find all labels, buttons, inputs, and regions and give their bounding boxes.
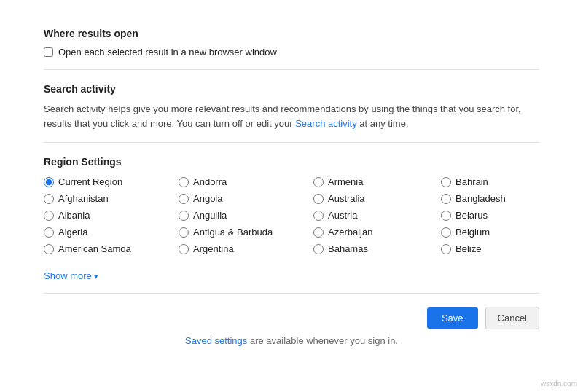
- footer-buttons: Save Cancel: [44, 294, 539, 335]
- region-radio[interactable]: [179, 227, 189, 238]
- region-option[interactable]: Albania: [44, 208, 179, 222]
- region-label: Bahrain: [455, 176, 488, 187]
- region-radio[interactable]: [179, 211, 189, 221]
- show-more-arrow-icon: ▾: [94, 272, 98, 281]
- region-radio[interactable]: [179, 244, 189, 254]
- region-radio[interactable]: [441, 177, 451, 187]
- region-radio[interactable]: [441, 194, 451, 204]
- region-label: Armenia: [328, 176, 363, 187]
- region-radio[interactable]: [44, 211, 54, 221]
- region-option[interactable]: Belarus: [441, 208, 568, 222]
- region-radio[interactable]: [313, 211, 324, 221]
- region-option[interactable]: Bahrain: [441, 175, 568, 189]
- search-activity-title: Search activity: [44, 83, 539, 95]
- region-label: Belgium: [455, 227, 490, 238]
- region-label: Andorra: [193, 176, 227, 187]
- save-button[interactable]: Save: [427, 307, 478, 329]
- search-activity-section: Search activity Search activity helps gi…: [44, 70, 539, 143]
- region-radio[interactable]: [313, 177, 324, 187]
- region-option[interactable]: Anguilla: [179, 208, 313, 222]
- watermark: wsxdn.com: [541, 380, 577, 388]
- region-option[interactable]: Australia: [313, 192, 441, 205]
- region-radio[interactable]: [44, 244, 54, 254]
- region-label: Albania: [58, 210, 90, 221]
- region-option[interactable]: Belize: [441, 242, 568, 256]
- search-activity-text-after: at any time.: [357, 118, 409, 129]
- region-radio[interactable]: [179, 177, 189, 187]
- region-label: Angola: [193, 193, 222, 204]
- show-more-label: Show more: [44, 270, 92, 281]
- search-activity-text-before: Search activity helps give you more rele…: [44, 103, 521, 129]
- region-radio[interactable]: [313, 194, 324, 204]
- region-option[interactable]: Bahamas: [313, 242, 441, 256]
- region-option[interactable]: Belgium: [441, 225, 568, 239]
- region-label: Belarus: [455, 210, 488, 221]
- region-label: Bangladesh: [455, 193, 506, 204]
- region-label: Austria: [328, 210, 357, 221]
- region-option[interactable]: Bangladesh: [441, 192, 568, 205]
- show-more-link[interactable]: Show more ▾: [44, 270, 98, 281]
- region-radio[interactable]: [44, 177, 54, 187]
- region-option[interactable]: Algeria: [44, 225, 179, 239]
- region-label: Bahamas: [328, 243, 368, 254]
- new-window-checkbox-row: Open each selected result in a new brows…: [44, 47, 539, 58]
- region-label: Anguilla: [193, 210, 227, 221]
- search-activity-description: Search activity helps give you more rele…: [44, 102, 539, 130]
- region-option[interactable]: American Samoa: [44, 242, 179, 256]
- new-window-label: Open each selected result in a new brows…: [58, 47, 277, 58]
- region-radio[interactable]: [441, 227, 451, 238]
- region-radio[interactable]: [44, 227, 54, 238]
- region-label: Argentina: [193, 243, 234, 254]
- region-radio[interactable]: [313, 227, 324, 238]
- region-radio[interactable]: [441, 244, 451, 254]
- region-settings-title: Region Settings: [44, 156, 539, 168]
- region-radio[interactable]: [44, 194, 54, 204]
- region-option[interactable]: Armenia: [313, 175, 441, 189]
- region-label: Algeria: [58, 227, 87, 238]
- where-results-open-section: Where results open Open each selected re…: [44, 15, 539, 70]
- region-option[interactable]: Angola: [179, 192, 313, 205]
- region-option[interactable]: Antigua & Barbuda: [179, 225, 313, 239]
- region-label: Belize: [455, 243, 481, 254]
- region-option[interactable]: Azerbaijan: [313, 225, 441, 239]
- region-label: Current Region: [58, 176, 122, 187]
- region-label: American Samoa: [58, 243, 131, 254]
- region-label: Azerbaijan: [328, 227, 372, 238]
- region-settings-section: Region Settings Current RegionAndorraArm…: [44, 143, 539, 294]
- cancel-button[interactable]: Cancel: [485, 307, 539, 329]
- saved-settings-link[interactable]: Saved settings: [185, 335, 247, 346]
- region-option[interactable]: Afghanistan: [44, 192, 179, 205]
- region-label: Antigua & Barbuda: [193, 227, 273, 238]
- region-option[interactable]: Austria: [313, 208, 441, 222]
- region-option[interactable]: Andorra: [179, 175, 313, 189]
- region-radio[interactable]: [441, 211, 451, 221]
- region-grid: Current RegionAndorraArmeniaBahrainAfgha…: [44, 175, 539, 256]
- region-label: Australia: [328, 193, 365, 204]
- region-radio[interactable]: [313, 244, 324, 254]
- region-radio[interactable]: [179, 194, 189, 204]
- search-activity-link[interactable]: Search activity: [295, 118, 357, 129]
- new-window-checkbox[interactable]: [44, 47, 53, 57]
- where-results-open-title: Where results open: [44, 28, 539, 39]
- region-option[interactable]: Current Region: [44, 175, 179, 189]
- region-label: Afghanistan: [58, 193, 109, 204]
- region-option[interactable]: Argentina: [179, 242, 313, 256]
- saved-settings-row: Saved settings are available whenever yo…: [44, 335, 539, 355]
